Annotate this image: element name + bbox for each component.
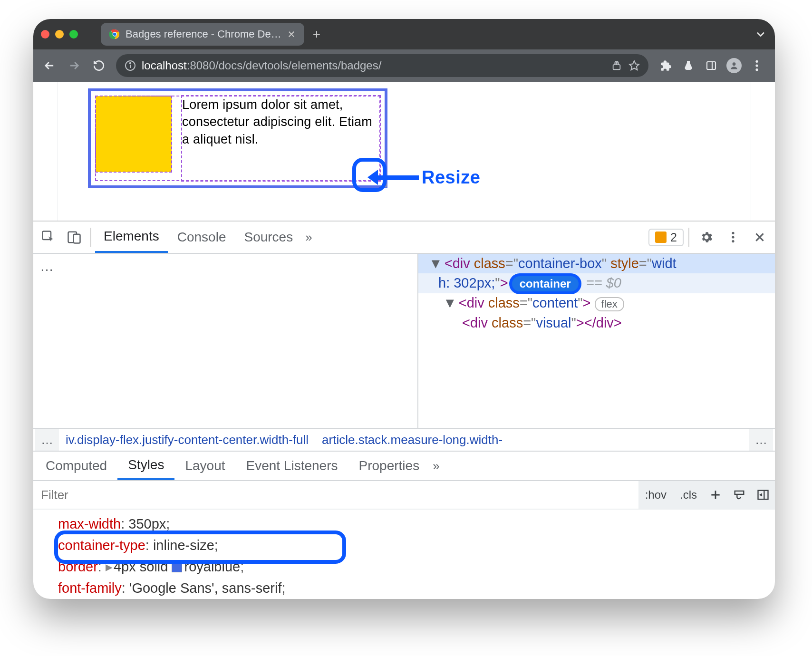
- tab-properties[interactable]: Properties: [348, 452, 430, 480]
- styles-more-tabs[interactable]: »: [430, 459, 442, 473]
- svg-point-17: [732, 236, 734, 238]
- browser-window: Badges reference - Chrome De… + localhos…: [33, 19, 775, 599]
- new-style-rule-button[interactable]: [704, 489, 727, 501]
- tab-title: Badges reference - Chrome De…: [126, 28, 281, 40]
- reload-button[interactable]: [88, 55, 109, 76]
- breadcrumb-overflow-right[interactable]: …: [749, 429, 773, 451]
- visual-square: [96, 96, 172, 172]
- breadcrumb-overflow-left[interactable]: …: [35, 429, 59, 451]
- tab-console[interactable]: Console: [169, 222, 235, 253]
- warning-icon: [655, 232, 667, 243]
- resize-callout: Resize: [376, 167, 480, 188]
- minimize-window-button[interactable]: [55, 30, 64, 39]
- url-text: localhost:8080/docs/devtools/elements/ba…: [142, 59, 606, 72]
- color-swatch[interactable]: [172, 562, 182, 572]
- svg-point-5: [130, 63, 131, 64]
- new-tab-button[interactable]: +: [313, 27, 320, 42]
- svg-point-10: [755, 60, 758, 63]
- close-devtools-button[interactable]: [747, 225, 772, 250]
- toggle-sidebar-icon[interactable]: [751, 488, 775, 502]
- tab-layout[interactable]: Layout: [174, 452, 235, 480]
- css-rules[interactable]: max-width: 350px; container-type: inline…: [33, 510, 775, 599]
- svg-point-16: [732, 232, 734, 234]
- hov-button[interactable]: :hov: [638, 481, 673, 509]
- bookmark-star-icon[interactable]: [628, 60, 640, 71]
- labs-button[interactable]: [678, 55, 699, 76]
- dom-node-selected-cont[interactable]: h: 302px;"> container == $0: [418, 273, 775, 293]
- devtools-menu-button[interactable]: [721, 225, 745, 250]
- css-declaration[interactable]: border: ▸4px solid royalblue;: [58, 556, 775, 578]
- extensions-button[interactable]: [655, 55, 676, 76]
- more-tabs-button[interactable]: »: [302, 230, 315, 245]
- svg-point-11: [755, 64, 758, 67]
- close-tab-icon[interactable]: [287, 30, 296, 39]
- svg-rect-7: [707, 62, 715, 69]
- svg-point-2: [113, 32, 116, 36]
- back-button[interactable]: [39, 55, 60, 76]
- dom-right-column: ▼<div class="container-box" style="widt …: [418, 254, 775, 428]
- sidepanel-button[interactable]: [701, 55, 722, 76]
- callout-label: Resize: [422, 167, 480, 188]
- devtools-top-tabs: Elements Console Sources » 2: [33, 222, 775, 254]
- cls-button[interactable]: .cls: [673, 481, 704, 509]
- address-bar[interactable]: localhost:8080/docs/devtools/elements/ba…: [116, 54, 648, 77]
- lorem-text: Lorem ipsum dolor sit amet, consectetur …: [182, 96, 380, 181]
- title-bar: Badges reference - Chrome De… +: [33, 19, 775, 49]
- tab-event-listeners[interactable]: Event Listeners: [236, 452, 348, 480]
- elements-tree[interactable]: … ▼<div class="container-box" style="wid…: [33, 254, 775, 428]
- flex-badge[interactable]: flex: [595, 297, 624, 311]
- container-badge[interactable]: container: [512, 276, 579, 291]
- issues-badge[interactable]: 2: [648, 229, 684, 246]
- chrome-menu-button[interactable]: [746, 55, 767, 76]
- svg-point-18: [732, 240, 734, 242]
- browser-toolbar: localhost:8080/docs/devtools/elements/ba…: [33, 49, 775, 82]
- tab-elements[interactable]: Elements: [95, 222, 168, 253]
- maximize-window-button[interactable]: [69, 30, 78, 39]
- traffic-lights: [41, 30, 78, 39]
- filter-bar: :hov .cls: [33, 481, 775, 510]
- chrome-icon: [109, 29, 120, 39]
- dom-breadcrumb[interactable]: … iv.display-flex.justify-content-center…: [33, 428, 775, 452]
- tab-styles[interactable]: Styles: [117, 452, 174, 480]
- device-toolbar-button[interactable]: [62, 225, 87, 250]
- tab-sources[interactable]: Sources: [235, 222, 301, 253]
- css-declaration[interactable]: font-family: 'Google Sans', sans-serif;: [58, 578, 775, 599]
- styles-tabs: Computed Styles Layout Event Listeners P…: [33, 452, 775, 481]
- inspect-element-button[interactable]: [36, 225, 61, 250]
- svg-rect-15: [74, 234, 80, 243]
- dom-node-visual[interactable]: <div class="visual"></div>: [418, 313, 775, 333]
- breadcrumb-item[interactable]: article.stack.measure-long.width-: [315, 429, 509, 451]
- profile-button[interactable]: [724, 55, 744, 76]
- tabs-dropdown-icon[interactable]: [754, 28, 767, 41]
- dom-left-column: …: [33, 254, 418, 428]
- page-content-column: Lorem ipsum dolor sit amet, consectetur …: [57, 82, 751, 221]
- close-window-button[interactable]: [41, 30, 49, 39]
- dom-node-selected[interactable]: ▼<div class="container-box" style="widt: [418, 254, 775, 273]
- paint-brush-icon[interactable]: [727, 488, 751, 502]
- browser-tab[interactable]: Badges reference - Chrome De…: [101, 23, 304, 46]
- settings-button[interactable]: [694, 225, 719, 250]
- breadcrumb-item[interactable]: iv.display-flex.justify-content-center.w…: [59, 429, 315, 451]
- css-declaration[interactable]: max-width: 350px;: [58, 513, 775, 535]
- callout-arrow: [376, 175, 419, 180]
- container-box-demo[interactable]: Lorem ipsum dolor sit amet, consectetur …: [88, 88, 387, 188]
- svg-point-12: [755, 68, 758, 71]
- dom-node-content[interactable]: ▼<div class="content"> flex: [418, 293, 775, 313]
- css-declaration-highlighted[interactable]: container-type: inline-size;: [58, 535, 775, 556]
- site-info-icon[interactable]: [125, 60, 136, 71]
- forward-button[interactable]: [64, 55, 85, 76]
- svg-point-9: [733, 62, 736, 66]
- svg-rect-6: [613, 65, 620, 69]
- share-icon[interactable]: [611, 60, 622, 71]
- styles-filter-input[interactable]: [33, 481, 638, 509]
- tab-computed[interactable]: Computed: [35, 452, 117, 480]
- devtools-panel: Elements Console Sources » 2 … ▼<div cla…: [33, 222, 775, 599]
- page-viewport: Lorem ipsum dolor sit amet, consectetur …: [33, 82, 775, 222]
